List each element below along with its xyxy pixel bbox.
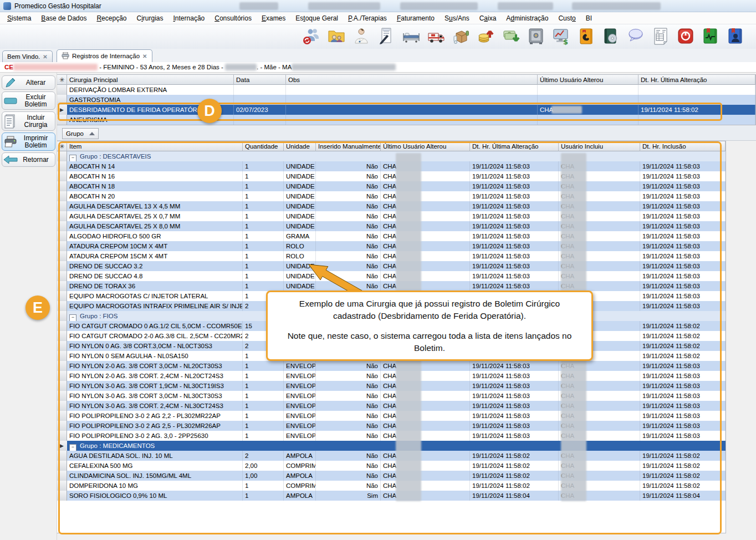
row-selector[interactable]: ▶ [57,441,67,451]
patients-folder-icon[interactable] [326,26,347,47]
table-row[interactable]: DOMPERIDONA 10 MG1COMPRIMIDNãoCHA19/11/2… [57,481,726,491]
menu-item-sus-ans[interactable]: Sus/Ans [440,13,474,23]
column-header[interactable]: Item [67,141,243,151]
row-selector[interactable] [57,115,67,125]
table-row[interactable]: AGUA DESTILADA SOL. INJ. 10 ML2AMPOLANão… [57,451,726,461]
table-row[interactable]: CEFALEXINA 500 MG2,00COMPRIMIDNãoCHA19/1… [57,461,726,471]
invoice-icon[interactable] [650,26,671,47]
row-selector[interactable] [57,301,67,311]
menu-item-custo[interactable]: Custo [553,13,580,23]
row-selector[interactable] [57,431,67,441]
table-row[interactable]: FIO POLIPROPILENO 3-0 2 AG 2,5 - PL302MR… [57,421,726,431]
row-selector[interactable] [57,171,67,181]
table-row[interactable]: ATADURA CREPOM 15CM X 4MT1ROLONãoCHA19/1… [57,251,726,261]
ambulance-icon[interactable] [426,26,447,47]
row-selector[interactable] [57,181,67,191]
row-selector[interactable] [57,241,67,251]
row-selector[interactable] [57,361,67,371]
table-row[interactable]: FIO NYLON 2-0 AG. 3/8 CORT. 2,4CM - NL20… [57,371,726,381]
close-icon[interactable]: ✕ [43,54,47,60]
row-selector[interactable] [57,291,67,301]
row-selector[interactable] [57,231,67,241]
patient-record-icon[interactable] [725,26,746,47]
menu-item-interna-o[interactable]: Internação [168,13,210,23]
row-selector[interactable] [57,321,67,331]
row-selector[interactable] [57,191,67,201]
menu-item-faturamento[interactable]: Faturamento [392,13,440,23]
hospital-bed-icon[interactable] [401,26,422,47]
table-row[interactable]: AGULHA DESCARTAVEL 25 X 8,0 MM1UNIDADENã… [57,221,726,231]
manual-cd-icon[interactable] [600,26,621,47]
column-header[interactable]: Unidade [284,141,316,151]
menu-item-administra-o[interactable]: Administração [501,13,553,23]
menu-item-cirurgias[interactable]: Cirurgias [131,13,168,23]
table-row[interactable]: CLINDAMICINA SOL. INJ. 150MG/ML 4ML1,00A… [57,471,726,481]
table-row[interactable]: ABOCATH N 181UNIDADENãoCHA19/11/2024 11:… [57,181,726,191]
menu-item-consult-rios[interactable]: Consultórios [210,13,257,23]
tab-bem-vindo[interactable]: Bem Vindo. ✕ [2,50,53,62]
table-row[interactable]: FIO NYLON 3-0 AG. 3/8 CORT 1,9CM - NL30C… [57,381,726,391]
phone-directory-icon[interactable] [575,26,596,47]
clinical-record-icon[interactable] [700,26,721,47]
column-header[interactable]: Dt. Hr. Inclusão [640,141,726,151]
table-row[interactable]: FIO NYLON 3-0 AG. 3/8 CORT. 2,4CM - NL30… [57,401,726,411]
column-header[interactable]: Data [234,75,286,85]
row-selector[interactable] [57,351,67,361]
row-selector[interactable] [57,271,67,281]
row-selector[interactable] [57,471,67,481]
row-selector[interactable] [57,481,67,491]
row-selector[interactable]: ▶ [57,105,67,115]
row-selector[interactable] [57,421,67,431]
column-header[interactable]: Usuário Incluiu [559,141,640,151]
imprimir-boletim-button[interactable]: ImprimirBoletim [2,133,55,151]
column-header[interactable]: Último Usuário Alterou [381,141,470,151]
table-row[interactable]: ▶DESBRIDAMENTO DE FERIDA OPERATÓRIA02/07… [57,105,755,115]
column-header[interactable]: Dt. Hr. Última Alteração [638,75,755,85]
group-row[interactable]: ▶−Grupo : MEDICAMENTOS [57,441,726,451]
users-sync-icon[interactable] [301,26,322,47]
menu-item-p-a-terapias[interactable]: P.A./Terapias [343,13,392,23]
collapse-icon[interactable]: − [69,444,76,451]
table-row[interactable]: FIO POLIPROPILENO 3-0 2 AG. 3,0 - 2PP256… [57,431,726,441]
incluir-cirurgia-button[interactable]: IncluirCirurgia [2,111,55,131]
row-selector[interactable] [57,391,67,401]
column-header[interactable]: Último Usuário Alterou [538,75,638,85]
row-selector[interactable] [57,341,67,351]
row-selector[interactable] [57,311,67,321]
column-header[interactable]: Obs [286,75,538,85]
row-selector[interactable] [57,221,67,231]
row-selector[interactable] [57,201,67,211]
row-selector[interactable] [57,161,67,171]
table-row[interactable]: ATADURA CREPOM 10CM X 4MT1ROLONãoCHA19/1… [57,241,726,251]
excluir-boletim-button[interactable]: ExcluirBoletim [2,91,55,110]
table-row[interactable]: FIO POLIPROPILENO 3-0 2 AG 2,2 - PL302MR… [57,411,726,421]
row-selector[interactable] [57,281,67,291]
safe-icon[interactable] [525,26,546,47]
revenue-up-icon[interactable] [476,26,497,47]
menu-item-estoque-geral[interactable]: Estoque Geral [290,13,343,23]
collapse-icon[interactable]: − [69,155,76,161]
row-selector[interactable] [57,261,67,271]
column-header[interactable]: Quantidade [243,141,284,151]
row-selector[interactable] [57,331,67,341]
table-row[interactable]: DRENO DE SUCCAO 3.21UNIDADENãoCHA19/11/2… [57,261,726,271]
table-row[interactable]: DRENO DE TORAX 361UNIDADENãoCHA19/11/202… [57,281,726,291]
menu-item-base-de-dados[interactable]: Base de Dados [36,13,91,23]
table-row[interactable]: SORO FISIOLOGICO 0,9% 10 ML1AMPOLASimCHA… [57,491,726,501]
group-row[interactable]: −Grupo : DESCARTAVEIS [57,151,726,161]
column-header[interactable]: Dt. Hr. Última Alteração [470,141,559,151]
supplies-icon[interactable] [451,26,472,47]
alterar-button[interactable]: Alterar [2,75,55,90]
table-row[interactable]: FIO NYLON 3-0 AG. 3/8 CORT 3,0CM - NL30C… [57,391,726,401]
row-selector[interactable] [57,371,67,381]
row-selector[interactable] [57,401,67,411]
table-row[interactable]: DERIVAÇÃO LOMBAR EXTERNA [57,85,755,95]
table-row[interactable]: AGULHA DESCARTAVEL 13 X 4,5 MM1UNIDADENã… [57,201,726,211]
row-selector[interactable] [57,251,67,261]
table-row[interactable]: DRENO DE SUCCAO 4.81UNIDADENãoCHA19/11/2… [57,271,726,281]
row-selector[interactable] [57,95,67,105]
row-selector[interactable] [57,85,67,95]
row-selector[interactable] [57,461,67,471]
column-header[interactable]: Cirurgia Principal [67,75,234,85]
retornar-button[interactable]: Retornar [2,152,55,167]
